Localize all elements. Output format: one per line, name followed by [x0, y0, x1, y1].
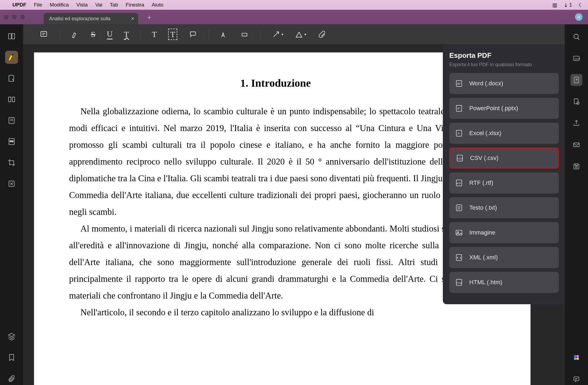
search-icon[interactable]	[570, 31, 582, 43]
close-tab-icon[interactable]: ×	[131, 15, 134, 22]
shape-tool-icon[interactable]: ▾	[295, 30, 306, 39]
svg-rect-4	[12, 97, 15, 102]
layers-icon[interactable]	[5, 330, 18, 343]
squiggly-tool-icon[interactable]: T	[124, 30, 129, 39]
svg-point-37	[574, 355, 576, 357]
export-title: Esporta PDF	[449, 51, 559, 60]
reader-tool[interactable]	[5, 30, 18, 43]
svg-rect-1	[12, 34, 15, 39]
svg-text:RTF: RTF	[457, 182, 461, 185]
bookmark-icon[interactable]	[5, 351, 18, 364]
export-option-xml[interactable]: XML (.xml)	[449, 247, 559, 268]
svg-rect-31	[574, 77, 579, 83]
pen-tool-icon[interactable]	[220, 30, 229, 39]
menu-file[interactable]: File	[34, 2, 42, 8]
tab-title: Analisi ed esplorazione sulla	[49, 16, 127, 22]
highlighter-tool-icon[interactable]	[71, 30, 80, 39]
strikethrough-tool-icon[interactable]: S	[91, 30, 96, 39]
ocr-icon[interactable]: OCR	[570, 52, 582, 64]
share-icon[interactable]	[570, 117, 582, 129]
pages-tool[interactable]	[5, 93, 18, 106]
xls-file-icon: X	[455, 129, 463, 138]
close-window-icon[interactable]	[4, 15, 9, 19]
comment-icon[interactable]	[570, 373, 582, 385]
export-option-htm[interactable]: HTMLHTML (.htm)	[449, 272, 559, 293]
svg-point-40	[576, 357, 579, 360]
menubar-download-icon[interactable]: ⤓1	[564, 2, 572, 8]
underline-tool-icon[interactable]: U	[107, 29, 113, 39]
export-option-csv[interactable]: CSVCSV (.csv)	[449, 148, 559, 169]
user-avatar[interactable]: R	[575, 13, 583, 21]
menu-vista[interactable]: Vista	[76, 2, 88, 8]
svg-rect-22	[456, 205, 462, 211]
export-icon[interactable]	[570, 74, 582, 86]
callout-tool-icon[interactable]	[189, 30, 197, 39]
form-tool[interactable]	[5, 114, 18, 127]
export-option-ppt[interactable]: PPowerPoint (.pptx)	[449, 98, 559, 119]
svg-rect-41	[574, 377, 579, 381]
svg-rect-9	[41, 31, 46, 36]
export-option-label: PowerPoint (.pptx)	[469, 105, 518, 112]
menubar-moon-icon[interactable]: ☾	[579, 2, 583, 8]
annotation-toolbar: S U T T T ▾ ▾	[23, 24, 565, 44]
doc-paragraph: Nell'articolo, il secondo e il terzo cap…	[69, 304, 482, 321]
word-file-icon: W	[455, 79, 463, 88]
export-option-label: Testo (.txt)	[469, 204, 497, 211]
minimize-window-icon[interactable]	[12, 15, 17, 19]
menubar-status-icon[interactable]: ▥	[552, 2, 557, 8]
svg-rect-2	[9, 75, 14, 82]
svg-point-28	[574, 34, 578, 39]
svg-rect-11	[242, 33, 247, 36]
ai-icon[interactable]	[570, 351, 582, 363]
new-tab-button[interactable]: ＋	[146, 12, 153, 22]
text-tool-icon[interactable]: T	[152, 30, 157, 39]
document-tab[interactable]: Analisi ed esplorazione sulla ×	[44, 13, 138, 24]
export-option-xls[interactable]: XExcel (.xlsx)	[449, 123, 559, 144]
edit-tool[interactable]	[5, 72, 18, 85]
note-tool-icon[interactable]	[39, 30, 48, 39]
menu-vai[interactable]: Vai	[95, 2, 102, 8]
doc-paragraph: Al momento, i materiali di ricerca nazio…	[69, 220, 482, 304]
save-icon[interactable]	[570, 160, 582, 172]
svg-rect-23	[456, 230, 462, 235]
zoom-window-icon[interactable]	[20, 15, 25, 19]
redact-tool[interactable]	[5, 135, 18, 148]
export-option-img[interactable]: Immagine	[449, 222, 559, 243]
attachment-icon[interactable]	[5, 372, 18, 385]
menu-tab[interactable]: Tab	[110, 2, 118, 8]
export-option-label: RTF (.rtf)	[469, 179, 493, 186]
attach-tool-icon[interactable]	[318, 30, 326, 39]
svg-rect-0	[9, 34, 11, 39]
menu-finestra[interactable]: Finestra	[126, 2, 144, 8]
right-sidebar: OCR	[565, 24, 588, 385]
ppt-file-icon: P	[455, 104, 463, 113]
svg-rect-3	[9, 97, 11, 102]
arrow-tool-icon[interactable]: ▾	[272, 30, 283, 39]
svg-point-39	[574, 357, 576, 360]
mail-icon[interactable]	[570, 139, 582, 151]
svg-point-36	[576, 166, 577, 168]
menu-aiuto[interactable]: Aiuto	[152, 2, 163, 8]
menu-modifica[interactable]: Modifica	[50, 2, 69, 8]
img-file-icon	[455, 228, 463, 237]
compress-tool[interactable]	[5, 177, 18, 190]
svg-rect-10	[191, 32, 196, 35]
export-option-label: Word (.docx)	[469, 80, 503, 87]
svg-text:OCR: OCR	[575, 58, 580, 60]
left-sidebar	[0, 24, 23, 385]
protect-icon[interactable]	[570, 96, 582, 108]
crop-tool[interactable]	[5, 156, 18, 169]
highlight-tool[interactable]	[5, 51, 18, 64]
eraser-tool-icon[interactable]	[240, 30, 249, 39]
app-name[interactable]: UPDF	[12, 2, 26, 8]
export-option-label: XML (.xml)	[469, 254, 498, 261]
export-option-txt[interactable]: Testo (.txt)	[449, 197, 559, 218]
doc-heading: 1. Introduzione	[69, 77, 482, 89]
export-option-word[interactable]: WWord (.docx)	[449, 73, 559, 94]
window-controls[interactable]	[4, 15, 25, 19]
csv-file-icon: CSV	[456, 154, 464, 162]
textbox-tool-icon[interactable]: T	[168, 29, 177, 40]
export-option-rtf[interactable]: RTFRTF (.rtf)	[449, 172, 559, 193]
svg-text:P: P	[458, 107, 460, 110]
export-option-label: Excel (.xlsx)	[469, 130, 501, 137]
